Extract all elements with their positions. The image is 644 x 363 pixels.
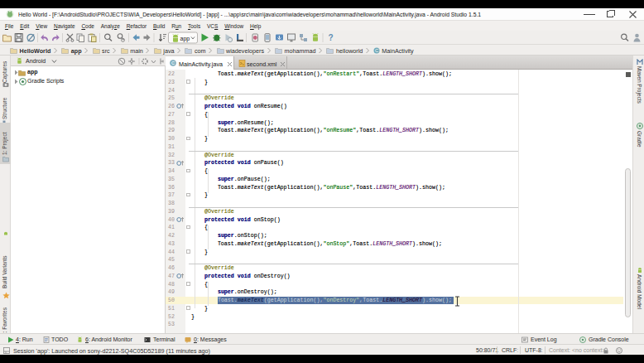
svg-text:C: C: [375, 48, 379, 53]
svg-text:C: C: [171, 60, 175, 65]
svg-text:?: ?: [329, 33, 334, 42]
svg-text:app: app: [180, 36, 190, 42]
